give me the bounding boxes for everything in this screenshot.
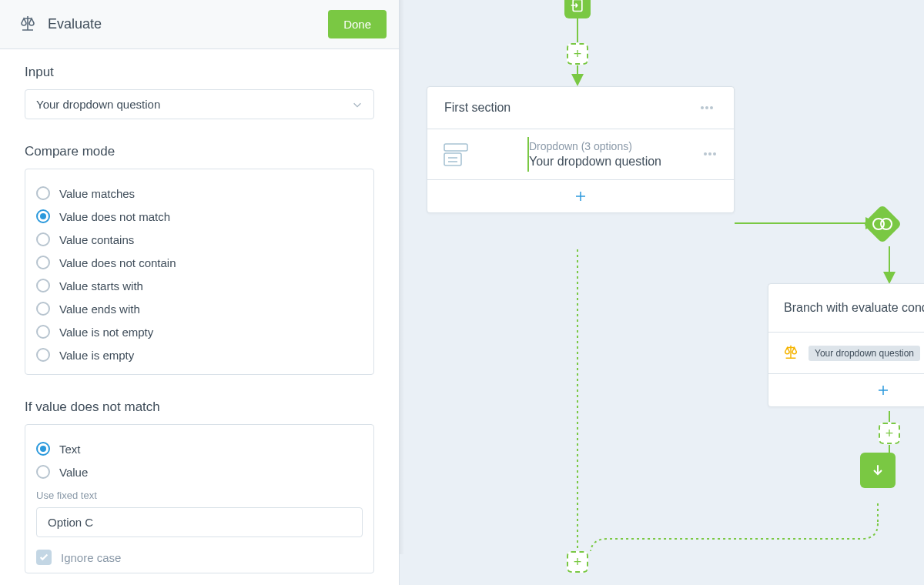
dropdown-question-icon	[441, 142, 472, 167]
ellipsis-icon[interactable]	[700, 149, 720, 159]
radio-icon	[36, 348, 50, 362]
compare-option[interactable]: Value contains	[36, 228, 363, 251]
compare-option[interactable]: Value is not empty	[36, 320, 363, 343]
compare-option[interactable]: Value is empty	[36, 343, 363, 366]
value-type-option[interactable]: Text	[36, 437, 363, 460]
compare-option-label: Value starts with	[59, 279, 143, 292]
value-type-option[interactable]: Value	[36, 460, 363, 483]
scale-icon	[18, 14, 37, 35]
compare-option-label: Value does not contain	[59, 256, 176, 269]
section-title: First section	[444, 101, 511, 115]
add-node-bottom[interactable]: +	[567, 551, 588, 573]
radio-icon	[36, 232, 50, 246]
fixed-text-input[interactable]	[36, 507, 363, 537]
section-card[interactable]: First section Dropdown (3 options) Your …	[427, 86, 735, 213]
compare-option-label: Value contains	[59, 233, 134, 246]
compare-option[interactable]: Value matches	[36, 182, 363, 205]
fixed-text-label: Use fixed text	[36, 490, 363, 501]
flow-canvas[interactable]: + First section Dropdown (3 options) You…	[400, 0, 924, 585]
radio-icon	[36, 302, 50, 316]
question-label: Your dropdown question	[529, 155, 686, 169]
svg-rect-10	[444, 153, 461, 165]
scale-icon	[782, 343, 799, 363]
radio-icon	[36, 256, 50, 269]
ellipsis-icon[interactable]	[697, 103, 717, 113]
compare-option-label: Value is empty	[59, 349, 134, 362]
compare-option-label: Value does not match	[59, 210, 170, 223]
branch-condition[interactable]: Your dropdown question ≠ O	[768, 333, 924, 374]
question-type: Dropdown (3 options)	[529, 140, 686, 152]
radio-icon	[36, 325, 50, 339]
condition-chip: Your dropdown question	[808, 346, 920, 361]
input-dropdown[interactable]: Your dropdown question	[25, 89, 374, 119]
branch-title: Branch with evaluate cond	[784, 301, 924, 314]
compare-label: Compare mode	[25, 144, 374, 159]
svg-rect-15	[863, 205, 902, 244]
radio-icon	[36, 465, 50, 479]
radio-icon	[36, 209, 50, 223]
value-type-label: Text	[59, 443, 81, 456]
radio-icon	[36, 442, 50, 456]
branch-card[interactable]: Branch with evaluate cond Your dropdown …	[768, 283, 924, 407]
radio-icon	[36, 279, 50, 292]
compare-option-label: Value matches	[59, 187, 135, 200]
compare-option[interactable]: Value does not contain	[36, 251, 363, 274]
if-label: If value does not match	[25, 399, 374, 415]
exit-node[interactable]	[860, 453, 896, 488]
entry-node[interactable]	[564, 0, 591, 18]
ignore-case-row[interactable]: Ignore case	[36, 550, 363, 565]
compare-option[interactable]: Value ends with	[36, 297, 363, 320]
section-add-button[interactable]	[427, 180, 734, 212]
evaluate-diamond[interactable]	[859, 201, 906, 247]
add-node-below-entry[interactable]: +	[567, 43, 588, 65]
svg-rect-9	[444, 144, 467, 151]
compare-option-label: Value is not empty	[59, 326, 153, 339]
evaluate-panel: Evaluate Done Input Your dropdown questi…	[0, 0, 400, 585]
ignore-case-label: Ignore case	[61, 551, 121, 564]
input-label: Input	[25, 65, 374, 80]
branch-add-button[interactable]	[768, 374, 924, 406]
value-type-label: Value	[59, 466, 88, 479]
value-type-group: TextValue Use fixed text Ignore case	[25, 424, 374, 573]
done-button[interactable]: Done	[328, 10, 387, 38]
section-question-row[interactable]: Dropdown (3 options) Your dropdown quest…	[427, 129, 734, 180]
compare-option[interactable]: Value does not match	[36, 205, 363, 228]
radio-icon	[36, 186, 50, 200]
ignore-case-checkbox[interactable]	[36, 550, 52, 565]
compare-option-label: Value ends with	[59, 303, 140, 316]
compare-option[interactable]: Value starts with	[36, 274, 363, 297]
compare-mode-group: Value matchesValue does not matchValue c…	[25, 169, 374, 375]
chevron-down-icon	[352, 99, 363, 110]
input-dropdown-value: Your dropdown question	[36, 98, 160, 111]
add-node-below-branch[interactable]: +	[879, 423, 900, 444]
panel-title: Evaluate	[48, 16, 317, 32]
